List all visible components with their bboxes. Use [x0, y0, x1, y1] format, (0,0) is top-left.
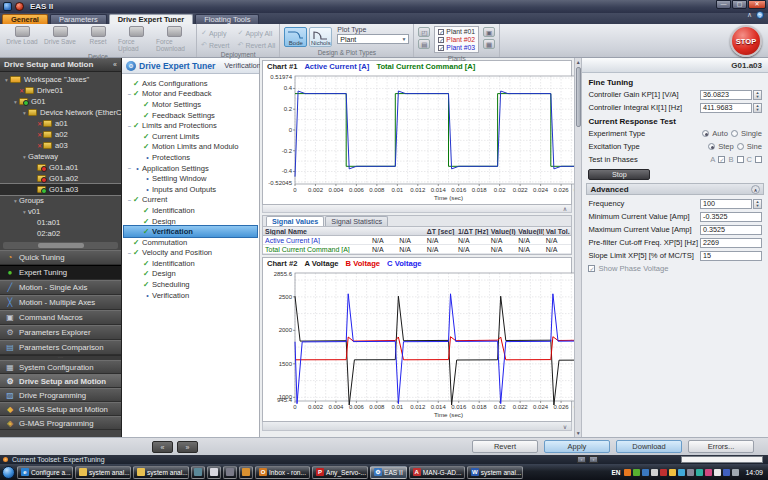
tab-signal-statistics[interactable]: Signal Statistics — [325, 216, 388, 226]
plant-item-plant-02[interactable]: ✓Plant #02 — [438, 36, 475, 43]
sidebar-item-parameters-explorer[interactable]: ⚙Parameters Explorer — [0, 325, 121, 340]
scroll-up-icon[interactable]: ▲ — [576, 59, 581, 65]
wizard-step-limits-and-protections-4[interactable]: −✓Limits and Protections — [124, 120, 257, 131]
plant-checkbox[interactable]: ✓ — [438, 29, 444, 35]
chart2-plot[interactable]: 00.0020.0040.0060.0080.010.0120.0140.016… — [263, 269, 571, 421]
phase-b-checkbox[interactable] — [737, 156, 744, 163]
tree-item-a01[interactable]: ✕a01 — [0, 118, 121, 129]
sidebar-item-expert-tuning[interactable]: ●Expert Tuning — [0, 265, 121, 280]
table-row[interactable]: Active Current [A]N/AN/AN/AN/AN/AN/AN/A — [263, 236, 571, 245]
wizard-step-motor-settings-2[interactable]: ✓Motor Settings — [124, 99, 257, 110]
apply-button[interactable]: Apply — [544, 440, 610, 453]
taskbar-button-system-anal[interactable]: system anal... — [75, 466, 131, 479]
wizard-step-application-settings-8[interactable]: −•Application Settings — [124, 163, 257, 174]
help-icon[interactable]: ? — [756, 11, 764, 19]
tree-item-workspace-jaxes[interactable]: ▾Workspace "Jaxes" — [0, 74, 121, 85]
kp-spinner[interactable]: ▲▼ — [753, 90, 762, 100]
charts-vertical-scrollbar[interactable]: ▲ ▼ — [574, 58, 582, 437]
download-button[interactable]: Download — [616, 440, 682, 453]
errors-button[interactable]: Errors... — [688, 440, 754, 453]
tray-icon-4[interactable] — [651, 469, 658, 476]
apply-button[interactable]: ✓Apply — [201, 28, 230, 38]
nichols-button[interactable]: Nichols — [309, 27, 332, 47]
plant-checkbox[interactable]: ✓ — [438, 37, 444, 43]
collapse-up-icon[interactable]: ∧ — [563, 205, 567, 212]
tab-parameters[interactable]: Parameters — [50, 14, 107, 24]
sidebar-collapse-icon[interactable]: « — [113, 61, 117, 68]
force-upload-button[interactable]: Force Upload — [118, 25, 154, 52]
wizard-step-verification-20[interactable]: •Verification — [124, 290, 257, 301]
bg-window-close-icon[interactable]: ▫ — [589, 456, 598, 463]
close-button[interactable]: ✕ — [748, 0, 766, 9]
expander-icon[interactable]: ▾ — [12, 99, 19, 105]
wizard-step-current-11[interactable]: −✓Current — [124, 195, 257, 206]
tree-item-g01-a03[interactable]: G01.a03 — [0, 184, 121, 195]
excitation-step-radio[interactable] — [708, 143, 715, 150]
tree-item-v01[interactable]: ▾v01 — [0, 206, 121, 217]
tray-icon-11[interactable] — [714, 469, 721, 476]
tree-item-groups[interactable]: ▾Groups — [0, 195, 121, 206]
wizard-step-protections-7[interactable]: •Protections — [124, 152, 257, 163]
tree-item-g01[interactable]: ▾G01 — [0, 96, 121, 107]
tray-icon-5[interactable] — [660, 469, 667, 476]
expander-icon[interactable]: − — [126, 165, 133, 171]
expander-icon[interactable]: ▾ — [12, 198, 19, 204]
plant-item-plant-01[interactable]: ✓Plant #01 — [438, 28, 475, 35]
taskbar-button-man-g-ad[interactable]: AMAN-G-AD... — [409, 466, 465, 479]
wizard-step-design-18[interactable]: ✓Design — [124, 269, 257, 280]
tray-icon-12[interactable] — [723, 469, 730, 476]
revert-button[interactable]: Revert — [472, 440, 538, 453]
ki-spinner[interactable]: ▲▼ — [753, 103, 762, 113]
sidebar-item-parameters-comparison[interactable]: ▤Parameters Comparison — [0, 340, 121, 355]
tree-item-01-a01[interactable]: 01:a01 — [0, 217, 121, 228]
sidebar-item-drive-setup-and-motion[interactable]: ⚙Drive Setup and Motion — [0, 374, 121, 388]
scroll-down-icon[interactable]: ▼ — [576, 430, 581, 436]
wizard-step-tab[interactable]: Verification — [224, 61, 261, 70]
tray-icon-8[interactable] — [687, 469, 694, 476]
taskbar-pinned-pin3[interactable] — [223, 466, 237, 479]
plant-open-icon[interactable]: ◰ — [418, 27, 430, 37]
expander-icon[interactable]: − — [126, 123, 133, 129]
tray-icon-9[interactable] — [696, 469, 703, 476]
drive-save-button[interactable]: Drive Save — [42, 25, 78, 45]
sidebar-item-quick-tuning[interactable]: ◔Quick Tuning — [0, 250, 121, 265]
quick-stop-icon[interactable] — [15, 2, 24, 11]
tray-icon-10[interactable] — [705, 469, 712, 476]
sidebar-item-motion-multiple-axes[interactable]: ╳Motion - Multiple Axes — [0, 295, 121, 310]
ki-input[interactable]: 411.9683 — [700, 103, 752, 113]
tray-icon-7[interactable] — [678, 469, 685, 476]
show-phase-voltage-checkbox[interactable]: ✓ — [588, 265, 595, 272]
tree-item-a02[interactable]: ✕a02 — [0, 129, 121, 140]
maximize-button[interactable]: ▢ — [732, 0, 747, 9]
tree-item-gateway[interactable]: ▾Gateway — [0, 151, 121, 162]
sidebar-item-system-configuration[interactable]: ▦System Configuration — [0, 360, 121, 374]
revert-button[interactable]: ↶Revert — [201, 40, 230, 50]
sidebar-item-motion-single-axis[interactable]: ╱Motion - Single Axis — [0, 280, 121, 295]
minimize-button[interactable]: — — [716, 0, 731, 9]
slope-limit-xp-5-of-mc-ts-input[interactable]: 15 — [700, 251, 762, 261]
tree-item-02-a02[interactable]: 02:a02 — [0, 228, 121, 239]
sidebar-item-command-macros[interactable]: ▣Command Macros — [0, 310, 121, 325]
tray-icon-6[interactable] — [669, 469, 676, 476]
taskbar-pinned-pin2[interactable] — [207, 466, 221, 479]
expander-icon[interactable]: ▾ — [21, 209, 28, 215]
collapse-down-icon[interactable]: ∨ — [563, 423, 567, 430]
wizard-step-design-13[interactable]: ✓Design — [124, 216, 257, 227]
wizard-back-button[interactable]: « — [152, 441, 173, 453]
wizard-step-axis-configurations-0[interactable]: ✓Axis Configurations — [124, 78, 257, 89]
phase-a-checkbox[interactable]: ✓ — [718, 156, 725, 163]
plot-type-select[interactable]: Plant ▼ — [337, 34, 409, 44]
kp-input[interactable]: 36.0823 — [700, 90, 752, 100]
taskbar-pinned-pin1[interactable] — [191, 466, 205, 479]
tree-item-a03[interactable]: ✕a03 — [0, 140, 121, 151]
wizard-step-verification-14[interactable]: ✓Verification — [124, 226, 257, 237]
wizard-step-inputs-and-outputs-10[interactable]: •Inputs and Outputs — [124, 184, 257, 195]
table-row[interactable]: Total Current Command [A]N/AN/AN/AN/AN/A… — [263, 245, 571, 254]
expander-icon[interactable]: − — [126, 91, 133, 97]
wizard-step-current-limits-5[interactable]: ✓Current Limits — [124, 131, 257, 142]
advanced-collapse-icon[interactable]: ∧ — [751, 185, 760, 194]
ribbon-collapse-icon[interactable]: ∧ — [747, 11, 752, 19]
tab-signal-values[interactable]: Signal Values — [266, 216, 324, 226]
experiment-single-radio[interactable] — [731, 130, 738, 137]
drive-load-button[interactable]: Drive Load — [4, 25, 40, 45]
